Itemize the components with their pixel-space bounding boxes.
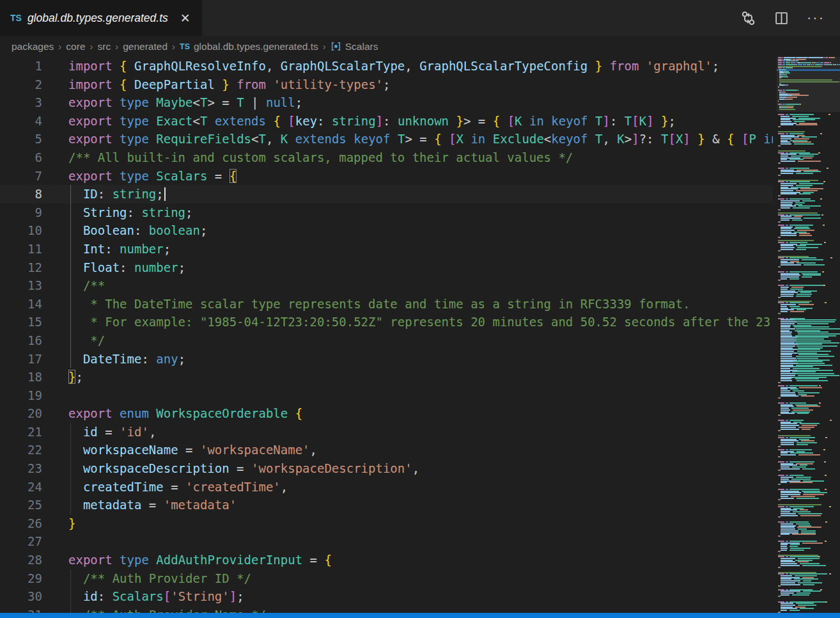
breadcrumb-label: packages [12,41,54,52]
indent-guide [70,331,71,350]
tab-global-db-types[interactable]: TS global.db.types.generated.ts ✕ [0,0,202,36]
code-line[interactable]: 26} [0,514,773,533]
code-text: workspaceDescription = 'workspaceDescrip… [68,459,419,478]
code-line[interactable]: 14 * The DateTime scalar type represents… [0,295,773,313]
breadcrumb-item-packages[interactable]: packages [12,41,54,52]
code-token [207,114,214,128]
code-token: , [412,461,419,475]
code-token: ; [669,114,676,128]
code-token [113,406,120,420]
line-number: 18 [0,368,42,386]
code-line[interactable]: 21 id = 'id', [0,423,773,441]
code-token [654,114,661,128]
line-number: 2 [0,75,42,94]
indent-guide [70,423,71,441]
code-token: export [68,95,113,109]
code-line[interactable]: 4export type Exact<T extends { [key: str… [0,112,773,131]
code-text: export type RequireFields<T, K extends k… [68,130,773,148]
code-text: * The DateTime scalar type represents da… [68,295,690,313]
code-token: ] [229,589,237,603]
code-token [463,132,471,146]
code-token: { [727,132,734,146]
code-token: Exclude [493,132,544,146]
code-line[interactable]: 7export type Scalars = { [0,167,773,186]
code-line[interactable]: 13 /** [0,276,773,295]
code-token: } [595,59,602,73]
code-token [266,114,273,128]
code-line[interactable]: 2import { DeepPartial } from 'utility-ty… [0,75,773,94]
code-token: T [398,132,405,146]
code-token [756,132,763,146]
code-token: Float [83,260,120,274]
code-line[interactable]: 24 createdTime = 'createdTime', [0,478,773,496]
breadcrumb-item-global-db-types-generated-ts[interactable]: TSglobal.db.types.generated.ts [180,41,318,52]
code-line[interactable]: 16 */ [0,331,773,350]
code-line[interactable]: 8 ID: string; [0,185,773,203]
code-token [215,77,222,91]
more-actions-icon[interactable]: ··· [807,15,825,21]
code-token: K [617,132,624,146]
code-token: > = [207,95,237,109]
code-line[interactable]: 3export type Maybe<T> = T | null; [0,93,773,112]
code-token: 'utility-types' [273,77,383,91]
code-token: GraphQLResolveInfo [134,59,266,73]
compare-changes-icon[interactable] [740,10,756,26]
code-line[interactable]: 15 * For example: "1985-04-12T23:20:50.5… [0,313,773,331]
code-token: : [98,187,113,201]
code-editor[interactable]: 1import { GraphQLResolveInfo, GraphQLSca… [0,57,773,618]
code-line[interactable]: 12 Float: number; [0,258,773,277]
code-token [149,95,156,109]
code-line[interactable]: 10 Boolean: boolean; [0,221,773,240]
code-line[interactable]: 1import { GraphQLResolveInfo, GraphQLSca… [0,57,773,75]
split-editor-icon[interactable] [774,11,789,26]
close-icon[interactable]: ✕ [180,12,191,24]
code-line[interactable]: 30 id: Scalars['String']; [0,587,773,606]
code-token: [ [632,114,639,128]
typescript-file-icon: TS [10,13,22,23]
code-token: ; [383,77,390,91]
code-token [602,59,609,73]
code-token: 'workspaceName' [200,443,310,457]
code-line[interactable]: 23 workspaceDescription = 'workspaceDesc… [0,459,773,478]
code-token [149,553,156,567]
code-line[interactable]: 6/** All built-in and custom scalars, ma… [0,148,773,167]
indent-guide [70,185,71,203]
code-line[interactable]: 9 String: string; [0,203,773,222]
code-token: [ [288,114,295,128]
code-line[interactable]: 19 [0,386,773,405]
breadcrumb-item-scalars[interactable]: Scalars [331,41,378,52]
line-number: 10 [0,221,42,240]
line-number: 20 [0,404,42,423]
code-token: export [68,553,113,567]
breadcrumb-item-core[interactable]: core [66,41,85,52]
code-token: T [237,95,244,109]
code-line[interactable]: 17 DateTime: any; [0,350,773,368]
code-token [281,114,288,128]
breadcrumb-item-generated[interactable]: generated [123,41,167,52]
code-token: T [595,132,602,146]
code-token [346,132,354,146]
code-token [266,77,273,91]
code-line[interactable]: 11 Int: number; [0,240,773,258]
code-line[interactable]: 5export type RequireFields<T, K extends … [0,130,773,148]
code-text: metadata = 'metadata' [68,496,237,514]
code-line[interactable]: 29 /** Auth Provider ID */ [0,569,773,588]
line-number: 23 [0,459,42,478]
breadcrumb-item-src[interactable]: src [98,41,111,52]
code-line[interactable]: 22 workspaceName = 'workspaceName', [0,441,773,459]
minimap[interactable] [777,57,840,618]
code-token: : [317,114,332,128]
code-line[interactable]: 25 metadata = 'metadata' [0,496,773,514]
code-token: RequireFields [156,132,251,146]
code-token: Maybe [156,95,192,109]
code-token: < [544,132,551,146]
indent-guide [70,478,71,496]
code-line[interactable]: 28export type AddAuthProviderInput = { [0,551,773,569]
indent-guide [70,313,71,331]
code-line[interactable]: 18}; [0,368,773,386]
code-token: DateTime [83,352,142,366]
code-line[interactable]: 20export enum WorkspaceOrderable { [0,404,773,423]
code-line[interactable]: 27 [0,532,773,551]
code-text: /** [68,276,105,295]
code-token: : [383,114,398,128]
